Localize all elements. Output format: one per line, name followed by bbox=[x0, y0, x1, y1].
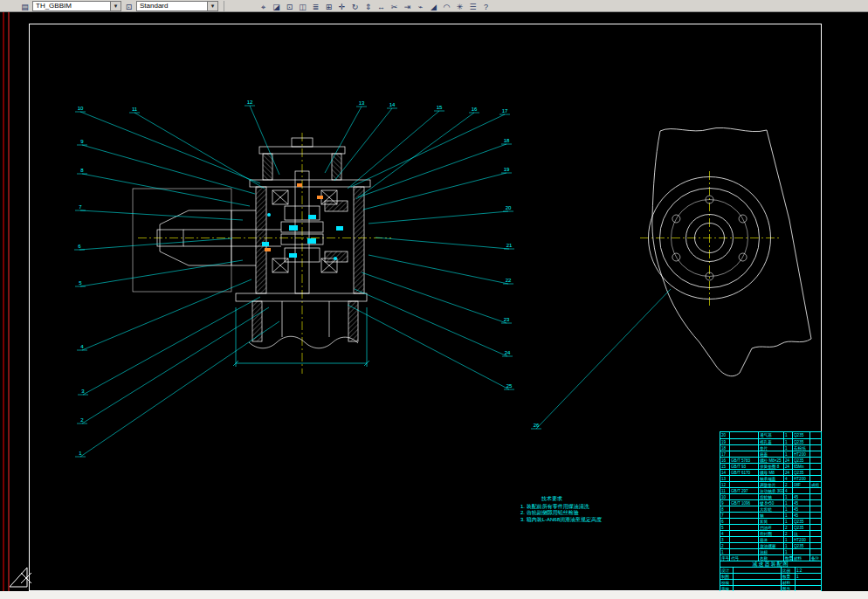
callout-20: 20 bbox=[369, 205, 513, 224]
table-row: 3箱体1HT200 bbox=[720, 536, 821, 542]
array-icon[interactable]: ⊞ bbox=[323, 1, 334, 11]
callout-13: 13 bbox=[325, 100, 367, 173]
layer-properties-icon[interactable]: ▤ bbox=[19, 1, 31, 11]
rotate-icon[interactable]: ↻ bbox=[349, 1, 361, 11]
table-row: 校核材料 bbox=[720, 579, 821, 585]
table-row: 10齿轮轴145 bbox=[720, 493, 821, 499]
fillet-icon[interactable]: ◠ bbox=[441, 1, 452, 11]
callout-7: 7 bbox=[75, 204, 243, 220]
table-row: 15GB/T 93弹簧垫圈 82465Mn bbox=[720, 463, 821, 469]
table-row: 设计比例1:2 bbox=[720, 567, 821, 573]
svg-text:1: 1 bbox=[79, 451, 82, 456]
table-row: 制图数量1 bbox=[720, 573, 821, 579]
callout-6: 6 bbox=[74, 238, 232, 250]
svg-text:7: 7 bbox=[79, 204, 82, 210]
drawing-title: 减速器装配图 bbox=[720, 561, 821, 567]
table-row: 序号代号名称数量材料备注 bbox=[720, 554, 821, 561]
table-row: 13轴承端盖4HT200 bbox=[720, 475, 821, 481]
stretch-icon[interactable]: ↔ bbox=[375, 1, 387, 11]
notes-lines: 1. 装配前所有零件用煤油清洗2. 齿轮副侧隙用铅丝检验3. 箱内装L-AN68… bbox=[520, 504, 643, 524]
flange-view bbox=[649, 127, 812, 375]
table-row: 14GB/T 6170螺母 M824Q235 bbox=[720, 469, 821, 475]
svg-text:19: 19 bbox=[504, 167, 510, 172]
move-icon[interactable]: ✛ bbox=[336, 1, 348, 11]
toolbar-separator bbox=[224, 1, 224, 11]
svg-text:11: 11 bbox=[132, 107, 138, 112]
centerlines bbox=[138, 133, 779, 374]
callout-22: 22 bbox=[369, 255, 513, 284]
svg-text:10: 10 bbox=[78, 106, 84, 111]
table-row: 9GB/T 1096键 8×50145 bbox=[720, 499, 821, 506]
table-row: 1油标1 bbox=[720, 548, 821, 554]
table-row: 2放油螺塞1Q235 bbox=[720, 542, 821, 548]
parts-list-table: 20通气器1Q23519视孔盖1Q23518垫片1石棉纸17箱盖1HT20016… bbox=[720, 431, 822, 592]
break-icon[interactable]: ⌁ bbox=[415, 1, 426, 11]
trim-icon[interactable]: ✂ bbox=[389, 1, 400, 11]
properties-icon[interactable]: ☰ bbox=[467, 1, 479, 11]
svg-text:5: 5 bbox=[79, 280, 82, 286]
style-combo-arrow-icon[interactable]: ▾ bbox=[207, 2, 217, 10]
modify-toolbar: ⌖◪⊡◫≣⊞✛↻⇕↔✂⇥⌁◢◠✳☰? bbox=[258, 1, 492, 11]
table-row: 12调整垫片208F成组 bbox=[720, 481, 821, 487]
svg-text:14: 14 bbox=[389, 102, 396, 107]
callout-14: 14 bbox=[334, 102, 397, 181]
style-combo[interactable]: Standard ▾ bbox=[136, 1, 218, 11]
explode-icon[interactable]: ✳ bbox=[454, 1, 465, 11]
table-row: 8大齿轮145 bbox=[720, 506, 821, 512]
scale-icon[interactable]: ⇕ bbox=[362, 1, 374, 11]
copy-icon[interactable]: ⊡ bbox=[284, 1, 295, 11]
extend-icon[interactable]: ⇥ bbox=[402, 1, 413, 11]
callout-8: 8 bbox=[77, 168, 250, 206]
callout-24: 24 bbox=[355, 289, 513, 356]
callout-10: 10 bbox=[75, 106, 260, 183]
callout-5: 5 bbox=[75, 260, 243, 286]
callout-4: 4 bbox=[77, 279, 251, 350]
table-row: 19视孔盖1Q235 bbox=[720, 438, 821, 444]
ucs-icon bbox=[10, 568, 31, 587]
sheet-frame bbox=[30, 24, 822, 591]
mirror-icon[interactable]: ◫ bbox=[297, 1, 308, 11]
svg-text:2: 2 bbox=[80, 417, 84, 423]
svg-text:13: 13 bbox=[359, 100, 365, 106]
callout-leaders: 1234567891011121314151617181920212223242… bbox=[74, 100, 671, 457]
svg-text:4: 4 bbox=[80, 344, 84, 349]
svg-text:12: 12 bbox=[247, 100, 253, 105]
erase-icon[interactable]: ◪ bbox=[271, 1, 282, 11]
callout-2: 2 bbox=[77, 307, 269, 423]
callout-19: 19 bbox=[363, 167, 512, 210]
style-combo-value: Standard bbox=[137, 2, 207, 10]
svg-text:16: 16 bbox=[472, 107, 478, 112]
layer-combo-value: TH_GBBIM bbox=[33, 2, 110, 10]
note-line: 2. 齿轮副侧隙用铅丝检验 bbox=[520, 510, 643, 517]
svg-text:26: 26 bbox=[534, 423, 540, 428]
svg-text:25: 25 bbox=[506, 383, 513, 389]
chamfer-icon[interactable]: ◢ bbox=[428, 1, 439, 11]
table-row: 4密封圈2毡 bbox=[720, 530, 821, 536]
callout-25: 25 bbox=[348, 305, 514, 389]
table-row: 11GB/T 297滚动轴承 302084 bbox=[720, 487, 821, 493]
svg-text:21: 21 bbox=[506, 243, 513, 248]
svg-text:24: 24 bbox=[505, 350, 511, 355]
table-row: 6套筒1Q235 bbox=[720, 518, 821, 524]
snap-icon[interactable]: ⌖ bbox=[258, 1, 269, 11]
note-line: 1. 装配前所有零件用煤油清洗 bbox=[520, 504, 643, 511]
help-icon[interactable]: ? bbox=[480, 1, 492, 11]
svg-text:9: 9 bbox=[80, 139, 84, 144]
offset-icon[interactable]: ≣ bbox=[310, 1, 321, 11]
paper-margin-lines bbox=[3, 12, 9, 591]
make-object-layer-icon[interactable]: ⊡ bbox=[123, 1, 134, 11]
callout-16: 16 bbox=[356, 107, 479, 199]
top-toolbar: ▤ TH_GBBIM ▾ ⊡ Standard ▾ ⌖◪⊡◫≣⊞✛↻⇕↔✂⇥⌁◢… bbox=[0, 0, 868, 12]
layer-combo[interactable]: TH_GBBIM ▾ bbox=[32, 1, 121, 11]
layer-combo-arrow-icon[interactable]: ▾ bbox=[110, 2, 121, 10]
callout-26: 26 bbox=[531, 289, 671, 429]
svg-text:15: 15 bbox=[437, 105, 443, 110]
svg-text:8: 8 bbox=[80, 168, 84, 173]
callout-12: 12 bbox=[245, 100, 279, 175]
svg-text:20: 20 bbox=[506, 205, 512, 210]
svg-text:3: 3 bbox=[81, 389, 85, 394]
svg-text:22: 22 bbox=[506, 278, 512, 283]
note-line: 3. 箱内装L-AN68润滑油至规定高度 bbox=[520, 517, 643, 524]
callout-18: 18 bbox=[358, 138, 512, 197]
table-row: 18垫片1石棉纸 bbox=[720, 444, 821, 451]
